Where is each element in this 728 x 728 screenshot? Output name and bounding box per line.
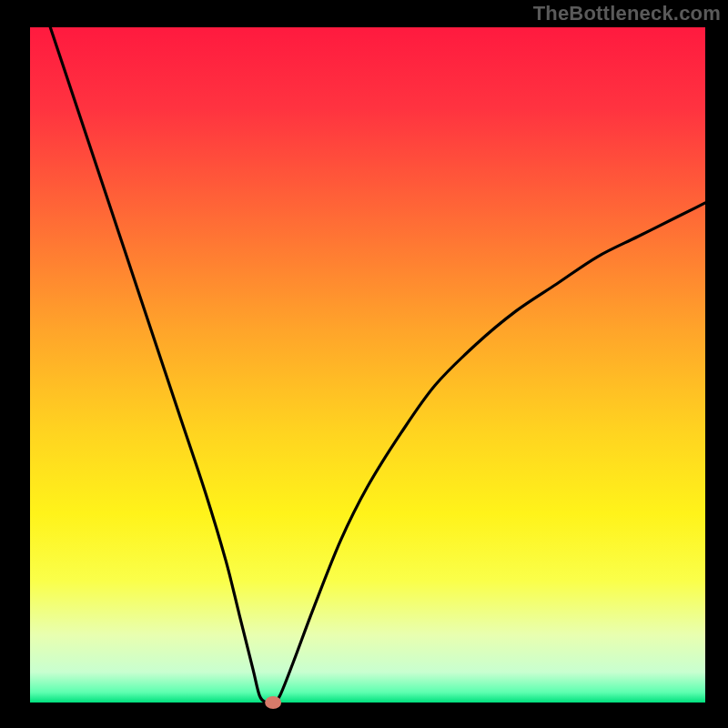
bottleneck-chart — [0, 0, 728, 728]
optimal-point-marker — [265, 696, 281, 709]
plot-background — [30, 27, 705, 703]
chart-frame: TheBottleneck.com — [0, 0, 728, 728]
